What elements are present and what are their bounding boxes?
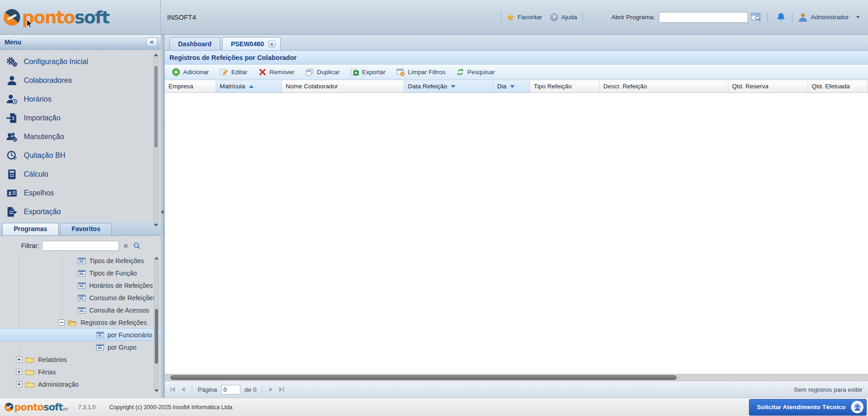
- duplicate-button[interactable]: Duplicar: [301, 66, 345, 78]
- sidebar-item-manutencao[interactable]: Manutenção: [0, 127, 161, 146]
- tree-item-label: Relatórios: [38, 356, 67, 363]
- column-header-nome-colaborador[interactable]: Nome Colaborador: [282, 80, 404, 92]
- sidebar-splitter[interactable]: [161, 35, 164, 398]
- program-window-icon: [751, 13, 761, 22]
- horizontal-scrollbar[interactable]: [165, 374, 868, 381]
- column-header-dia[interactable]: Dia: [494, 80, 530, 92]
- tab-dashboard[interactable]: Dashboard: [169, 37, 220, 50]
- edit-button[interactable]: Editar: [216, 66, 253, 78]
- sidebar-item-horarios[interactable]: Horários: [0, 90, 161, 108]
- tree-item-registros-de-refeicoes[interactable]: Registros de Refeições: [0, 316, 161, 329]
- scrollbar-thumb[interactable]: [155, 309, 158, 364]
- collapse-node-icon[interactable]: [59, 319, 65, 325]
- tree-item-horarios-de-refeicoes[interactable]: Horários de Refeições: [0, 279, 161, 292]
- copyright-label: Copyright (c) 2000-2025 Insoft4 Informát…: [109, 404, 233, 411]
- sidebar-collapse-button[interactable]: «: [146, 38, 157, 47]
- expand-node-icon[interactable]: [16, 381, 22, 387]
- tree-item-tipos-de-funcao[interactable]: Tipos de Função: [0, 267, 161, 279]
- next-page-button[interactable]: [268, 386, 274, 393]
- button-label: Duplicar: [317, 69, 340, 76]
- sidebar-item-importacao[interactable]: Importação: [0, 108, 161, 127]
- calculator-icon: [6, 168, 18, 180]
- scrollbar-thumb[interactable]: [170, 375, 677, 380]
- page-number-input[interactable]: [221, 385, 240, 394]
- column-header-tipo-refeicao[interactable]: Tipo Refeição: [530, 80, 600, 92]
- tab-programas[interactable]: Programas: [2, 223, 59, 235]
- notifications-button[interactable]: [776, 12, 787, 23]
- first-page-button[interactable]: [169, 386, 176, 393]
- column-label: Qtd. Efetuada: [812, 83, 850, 90]
- filter-input[interactable]: [42, 241, 119, 251]
- expand-node-icon[interactable]: [16, 369, 22, 375]
- tree-item-consulta-de-acessos[interactable]: Consulta de Acessos: [0, 304, 161, 316]
- search-button[interactable]: Pesquisar: [452, 66, 500, 78]
- sidebar-item-exportacao[interactable]: Exportação: [0, 202, 161, 221]
- splitter-collapse-icon[interactable]: [161, 210, 163, 214]
- scroll-up-icon[interactable]: [154, 54, 158, 56]
- tree-item-tipos-de-refeicoes[interactable]: Tipos de Refeições: [0, 254, 161, 267]
- favorite-button[interactable]: ★ Favoritar: [507, 12, 542, 22]
- tree-item-ferias[interactable]: Férias: [0, 366, 161, 378]
- sidebar-item-colaboradores[interactable]: Colaboradores: [0, 71, 161, 90]
- scroll-down-icon[interactable]: [154, 224, 158, 227]
- tree-item-administracao[interactable]: Administração: [0, 378, 161, 390]
- filter-dropdown-icon[interactable]: [451, 85, 456, 88]
- last-page-button[interactable]: [278, 386, 285, 393]
- environment-name: INSOFT4: [167, 13, 196, 21]
- column-header-empresa[interactable]: Empresa: [165, 80, 216, 92]
- add-button[interactable]: Adicionar: [168, 66, 214, 78]
- clear-filters-button[interactable]: Limpar Filtros: [392, 66, 451, 78]
- column-label: Qtd. Reserva: [732, 83, 769, 90]
- menu-header: Menu «: [0, 35, 161, 50]
- logo-text-soft: soft: [75, 7, 109, 27]
- column-header-matricula[interactable]: Matrícula: [216, 80, 282, 92]
- search-refresh-icon: [456, 68, 464, 76]
- column-header-data-refeicao[interactable]: Data Refeição: [404, 80, 494, 92]
- column-header-qtd-reserva[interactable]: Qtd. Reserva: [728, 80, 808, 92]
- column-header-descr-refeicao[interactable]: Descr. Refeição: [600, 80, 728, 92]
- filter-search-button[interactable]: [133, 241, 141, 250]
- prev-page-button[interactable]: [180, 386, 186, 393]
- menu-item-label: Importação: [24, 114, 60, 122]
- tab-close-icon[interactable]: x: [268, 40, 276, 48]
- help-button[interactable]: ? Ajuda: [550, 13, 577, 21]
- sidebar-item-espelhos[interactable]: Espelhos: [0, 184, 161, 202]
- sidebar-item-calculo[interactable]: Cálculo: [0, 165, 161, 184]
- tab-psew0460[interactable]: PSEW0460 x: [222, 37, 280, 50]
- export-button[interactable]: Exportar: [347, 66, 391, 78]
- open-program-search-button[interactable]: [751, 13, 761, 22]
- tree-item-relatorios[interactable]: Relatórios: [0, 353, 161, 366]
- tree-item-consumo-de-refeicoes[interactable]: Consumo de Refeições: [0, 292, 161, 304]
- column-header-qtd-efetuada[interactable]: Qtd. Efetuada: [808, 80, 868, 92]
- expand-node-icon[interactable]: [16, 357, 22, 362]
- scrollbar-thumb[interactable]: [154, 66, 157, 147]
- scroll-down-icon[interactable]: [154, 389, 159, 392]
- request-support-button[interactable]: Solicitar Atendimento Técnico: [749, 399, 867, 416]
- scrollbar-track[interactable]: [154, 260, 159, 389]
- chevron-down-icon: [856, 16, 860, 18]
- sidebar: Menu « Configuração Inicial Colaboradore…: [0, 35, 161, 398]
- scrollbar-track[interactable]: [153, 57, 158, 223]
- user-name: Administrador: [811, 14, 849, 21]
- filter-dropdown-icon[interactable]: [510, 85, 515, 88]
- column-label: Empresa: [168, 83, 193, 90]
- scroll-up-icon[interactable]: [154, 257, 159, 259]
- paging-toolbar: Página de 0 Sem registros para exibir: [165, 381, 868, 398]
- tab-favoritos[interactable]: Favoritos: [60, 223, 112, 235]
- menu-scrollbar[interactable]: [153, 53, 158, 227]
- tree-item-por-grupo[interactable]: por Grupo: [0, 341, 161, 353]
- tree-scrollbar[interactable]: [154, 256, 159, 393]
- folder-icon: [26, 357, 34, 363]
- panel-title: Registros de Refeições por Colaborador: [165, 51, 868, 65]
- filter-clear-button[interactable]: ✕: [122, 241, 130, 250]
- sidebar-item-configuracao-inicial[interactable]: Configuração Inicial: [0, 52, 161, 71]
- import-icon: [6, 112, 18, 124]
- programs-tree-panel: Filtrar: ✕ Tipos de Refeições: [0, 236, 161, 398]
- remove-button[interactable]: Remover: [255, 66, 300, 78]
- edit-icon: [220, 68, 228, 76]
- user-menu[interactable]: Administrador: [798, 12, 864, 22]
- open-program-input[interactable]: [659, 12, 748, 23]
- sidebar-item-quitacao-bh[interactable]: Quitação BH: [0, 146, 161, 165]
- tree-item-por-funcionario[interactable]: por Funcionário: [0, 329, 161, 341]
- header-separator: [501, 12, 501, 23]
